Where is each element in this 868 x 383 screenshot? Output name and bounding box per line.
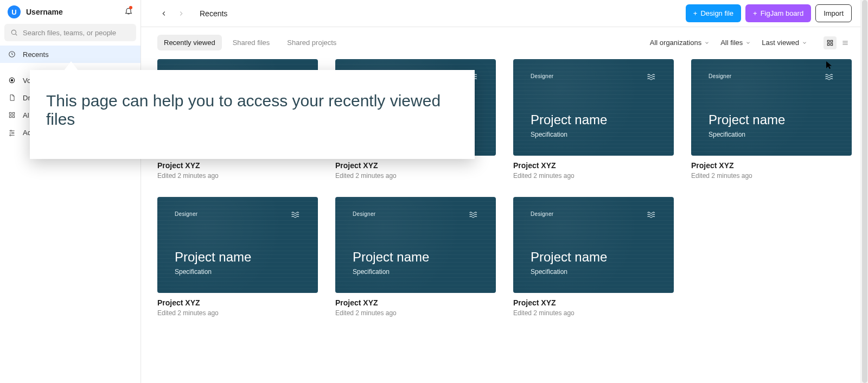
thumb-project-sub: Specification bbox=[709, 131, 834, 138]
svg-rect-6 bbox=[12, 112, 15, 114]
wave-icon bbox=[291, 211, 301, 221]
wave-icon bbox=[647, 211, 656, 221]
clock-icon bbox=[8, 50, 16, 59]
page-title: Recents bbox=[200, 9, 227, 18]
file-subtitle: Edited 2 minutes ago bbox=[335, 172, 496, 180]
filter-sort[interactable]: Last viewed bbox=[762, 39, 807, 47]
filter-label: All organizations bbox=[650, 39, 701, 47]
file-subtitle: Edited 2 minutes ago bbox=[513, 309, 674, 317]
svg-rect-15 bbox=[827, 40, 829, 42]
grid-icon bbox=[826, 39, 834, 47]
search-input[interactable] bbox=[23, 29, 131, 37]
grid-icon bbox=[8, 111, 16, 119]
view-list-button[interactable] bbox=[839, 36, 852, 49]
sidebar-item-label: Al bbox=[23, 111, 29, 119]
file-title: Project XYZ bbox=[157, 161, 318, 170]
svg-rect-5 bbox=[9, 112, 11, 114]
filter-label: All files bbox=[720, 39, 743, 47]
plus-icon: + bbox=[693, 9, 698, 17]
notifications-button[interactable] bbox=[124, 7, 133, 18]
file-card[interactable]: Designer Project name Specification Proj… bbox=[335, 197, 496, 317]
file-card[interactable]: Designer Project name Specification Proj… bbox=[513, 59, 674, 180]
wave-icon bbox=[825, 73, 834, 83]
search-icon bbox=[10, 28, 18, 37]
main-content: Recents + Design file + FigJam board Imp… bbox=[141, 0, 868, 383]
svg-rect-8 bbox=[12, 116, 15, 118]
tab-shared-files[interactable]: Shared files bbox=[226, 35, 277, 50]
wave-icon bbox=[647, 73, 656, 83]
filter-organizations[interactable]: All organizations bbox=[650, 39, 710, 47]
thumb-designer-label: Designer bbox=[175, 211, 301, 217]
file-thumbnail: Designer Project name Specification bbox=[691, 59, 852, 156]
file-title: Project XYZ bbox=[513, 161, 674, 170]
filter-files[interactable]: All files bbox=[720, 39, 751, 47]
file-title: Project XYZ bbox=[691, 161, 852, 170]
file-card[interactable]: Designer Project name Specification Proj… bbox=[157, 197, 318, 317]
cursor-pointer-icon bbox=[826, 61, 833, 72]
thumb-designer-label: Designer bbox=[531, 73, 656, 79]
thumb-designer-label: Designer bbox=[709, 73, 834, 79]
topbar: Recents + Design file + FigJam board Imp… bbox=[141, 0, 868, 27]
svg-point-0 bbox=[11, 30, 16, 34]
file-subtitle: Edited 2 minutes ago bbox=[513, 172, 674, 180]
button-label: Import bbox=[824, 9, 844, 17]
new-design-file-button[interactable]: + Design file bbox=[686, 4, 741, 22]
user-menu[interactable]: U Username bbox=[8, 5, 63, 18]
thumb-project-title: Project name bbox=[175, 250, 301, 265]
nav-forward-button[interactable] bbox=[175, 7, 188, 20]
filter-bar: Recently viewed Shared files Shared proj… bbox=[141, 27, 868, 54]
sidebar-item-label: Recents bbox=[23, 50, 49, 59]
view-grid-button[interactable] bbox=[824, 36, 837, 49]
plus-icon: + bbox=[753, 9, 757, 17]
nav-back-button[interactable] bbox=[157, 7, 170, 20]
scrollbar[interactable] bbox=[860, 0, 868, 383]
svg-line-1 bbox=[15, 34, 17, 35]
svg-point-10 bbox=[10, 130, 11, 131]
file-title: Project XYZ bbox=[335, 298, 496, 307]
sidebar-item-recents[interactable]: Recents bbox=[0, 46, 141, 63]
file-card[interactable]: Designer Project name Specification Proj… bbox=[513, 197, 674, 317]
wave-icon bbox=[469, 211, 478, 221]
thumb-project-sub: Specification bbox=[353, 268, 478, 276]
chevron-down-icon bbox=[704, 40, 710, 46]
file-card[interactable]: Designer Project name Specification Proj… bbox=[691, 59, 852, 180]
file-thumbnail: Designer Project name Specification bbox=[335, 197, 496, 293]
sliders-icon bbox=[8, 128, 16, 137]
scrollbar-thumb[interactable] bbox=[862, 0, 867, 383]
file-subtitle: Edited 2 minutes ago bbox=[157, 172, 318, 180]
import-button[interactable]: Import bbox=[815, 4, 852, 22]
search-input-wrap[interactable] bbox=[4, 24, 136, 41]
content-tabs: Recently viewed Shared files Shared proj… bbox=[157, 35, 343, 50]
file-subtitle: Edited 2 minutes ago bbox=[691, 172, 852, 180]
button-label: FigJam board bbox=[761, 9, 803, 17]
username: Username bbox=[26, 8, 63, 16]
file-thumbnail: Designer Project name Specification bbox=[157, 197, 318, 293]
svg-rect-16 bbox=[831, 40, 833, 42]
svg-point-12 bbox=[12, 132, 14, 133]
file-title: Project XYZ bbox=[335, 161, 496, 170]
file-thumbnail: Designer Project name Specification bbox=[513, 59, 674, 156]
avatar: U bbox=[8, 5, 21, 18]
new-figjam-button[interactable]: + FigJam board bbox=[745, 4, 811, 22]
circle-dot-icon bbox=[8, 76, 16, 85]
thumb-project-title: Project name bbox=[353, 250, 478, 265]
file-icon bbox=[8, 93, 16, 102]
file-thumbnail: Designer Project name Specification bbox=[513, 197, 674, 293]
tab-shared-projects[interactable]: Shared projects bbox=[280, 35, 343, 50]
thumb-project-sub: Specification bbox=[531, 131, 656, 138]
svg-rect-17 bbox=[827, 43, 829, 46]
notification-dot bbox=[129, 6, 132, 9]
tooltip-callout: This page can help you to access your re… bbox=[30, 70, 475, 159]
svg-rect-18 bbox=[831, 43, 833, 46]
file-subtitle: Edited 2 minutes ago bbox=[157, 309, 318, 317]
file-subtitle: Edited 2 minutes ago bbox=[335, 309, 496, 317]
thumb-project-sub: Specification bbox=[175, 268, 301, 276]
file-title: Project XYZ bbox=[157, 298, 318, 307]
file-title: Project XYZ bbox=[513, 298, 674, 307]
tab-recently-viewed[interactable]: Recently viewed bbox=[157, 35, 222, 50]
thumb-project-sub: Specification bbox=[531, 268, 656, 276]
breadcrumb: Recents bbox=[157, 7, 227, 20]
thumb-project-title: Project name bbox=[531, 250, 656, 265]
list-icon bbox=[841, 39, 849, 47]
thumb-project-title: Project name bbox=[531, 112, 656, 127]
